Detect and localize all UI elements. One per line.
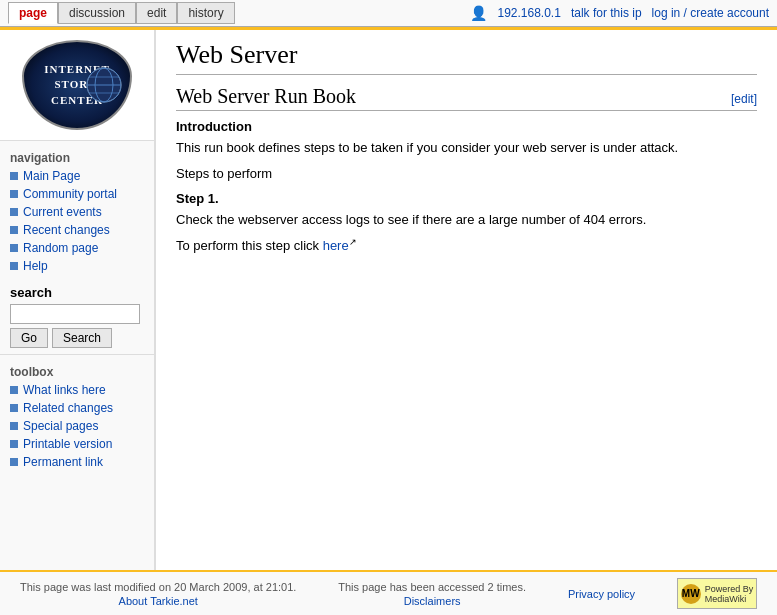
randompage-link[interactable]: Random page <box>23 241 98 255</box>
search-input[interactable] <box>10 304 140 324</box>
step1-link-para: To perform this step click here↗ <box>176 236 757 256</box>
sidebar-item-printable[interactable]: Printable version <box>0 435 154 453</box>
sidebar-item-relatedchanges[interactable]: Related changes <box>0 399 154 417</box>
ip-address[interactable]: 192.168.0.1 <box>497 6 560 20</box>
top-bar-right: 👤 192.168.0.1 talk for this ip log in / … <box>470 5 769 21</box>
community-link[interactable]: Community portal <box>23 187 117 201</box>
sidebar-item-permanent[interactable]: Permanent link <box>0 453 154 471</box>
step1-heading: Step 1. <box>176 191 757 206</box>
mediawiki-badge: MW Powered By MediaWiki <box>677 578 757 609</box>
run-book-title: Web Server Run Book <box>176 85 356 108</box>
footer-privacy: Privacy policy <box>568 588 635 600</box>
bullet-icon <box>10 458 18 466</box>
sidebar-item-whatlinks[interactable]: What links here <box>0 381 154 399</box>
go-button[interactable]: Go <box>10 328 48 348</box>
sidebar-item-help[interactable]: Help <box>0 257 154 275</box>
mediawiki-icon: MW <box>681 584 701 604</box>
bullet-icon <box>10 172 18 180</box>
user-icon: 👤 <box>470 5 487 21</box>
step1-para: Check the webserver access logs to see i… <box>176 210 757 230</box>
toolbox-section: toolbox What links here Related changes … <box>0 354 154 475</box>
bullet-icon <box>10 208 18 216</box>
tab-bar: page discussion edit history <box>8 2 235 24</box>
currentevents-link[interactable]: Current events <box>23 205 102 219</box>
tab-history[interactable]: history <box>177 2 234 24</box>
page-title: Web Server <box>176 40 757 75</box>
access-count: This page has been accessed 2 times. <box>338 581 526 593</box>
bullet-icon <box>10 422 18 430</box>
talk-link[interactable]: talk for this ip <box>571 6 642 20</box>
about-link-wrap: About Tarkie.net <box>119 595 198 607</box>
sidebar-item-currentevents[interactable]: Current events <box>0 203 154 221</box>
logo-circle: Internet Storm Center <box>22 40 132 130</box>
sidebar-item-community[interactable]: Community portal <box>0 185 154 203</box>
intro-para: This run book defines steps to be taken … <box>176 138 757 158</box>
sidebar-item-randompage[interactable]: Random page <box>0 239 154 257</box>
bullet-icon <box>10 404 18 412</box>
search-section: search Go Search <box>0 279 154 354</box>
last-modified: This page was last modified on 20 March … <box>20 581 296 593</box>
sidebar-item-mainpage[interactable]: Main Page <box>0 167 154 185</box>
tab-edit[interactable]: edit <box>136 2 177 24</box>
sidebar-item-recentchanges[interactable]: Recent changes <box>0 221 154 239</box>
sidebar: Internet Storm Center navigation Main Pa… <box>0 30 155 570</box>
main-content: Web Server Web Server Run Book [edit] In… <box>155 30 777 570</box>
steps-label: Steps to perform <box>176 164 757 184</box>
search-button[interactable]: Search <box>52 328 112 348</box>
tab-discussion[interactable]: discussion <box>58 2 136 24</box>
bullet-icon <box>10 440 18 448</box>
search-input-wrap <box>10 304 144 324</box>
run-book-header: Web Server Run Book [edit] <box>176 85 757 111</box>
footer: This page was last modified on 20 March … <box>0 570 777 615</box>
top-bar: page discussion edit history 👤 192.168.0… <box>0 0 777 27</box>
footer-left: This page was last modified on 20 March … <box>20 581 296 607</box>
mediawiki-label: Powered By MediaWiki <box>705 584 754 604</box>
privacy-link[interactable]: Privacy policy <box>568 588 635 600</box>
help-link[interactable]: Help <box>23 259 48 273</box>
specialpages-link[interactable]: Special pages <box>23 419 98 433</box>
logo: Internet Storm Center <box>0 30 154 141</box>
footer-right: MW Powered By MediaWiki <box>677 578 757 609</box>
toolbox-heading: toolbox <box>0 361 154 381</box>
intro-heading: Introduction <box>176 119 757 134</box>
about-link[interactable]: About Tarkie.net <box>119 595 198 607</box>
tab-page[interactable]: page <box>8 2 58 24</box>
relatedchanges-link[interactable]: Related changes <box>23 401 113 415</box>
footer-center: This page has been accessed 2 times. Dis… <box>338 581 526 607</box>
nav-section: navigation Main Page Community portal Cu… <box>0 141 154 279</box>
globe-icon <box>86 67 122 103</box>
disclaimers-link-wrap: Disclaimers <box>404 595 461 607</box>
bullet-icon <box>10 244 18 252</box>
nav-heading: navigation <box>0 147 154 167</box>
step1-link-pre: To perform this step click <box>176 238 323 253</box>
step1-here-link[interactable]: here <box>323 238 349 253</box>
bullet-icon <box>10 262 18 270</box>
bullet-icon <box>10 190 18 198</box>
whatlinks-link[interactable]: What links here <box>23 383 106 397</box>
login-link[interactable]: log in / create account <box>652 6 769 20</box>
search-heading: search <box>10 285 144 300</box>
edit-link[interactable]: [edit] <box>731 92 757 106</box>
external-link-icon: ↗ <box>349 237 357 247</box>
recentchanges-link[interactable]: Recent changes <box>23 223 110 237</box>
printable-link[interactable]: Printable version <box>23 437 112 451</box>
bullet-icon <box>10 386 18 394</box>
disclaimers-link[interactable]: Disclaimers <box>404 595 461 607</box>
search-buttons: Go Search <box>10 328 144 348</box>
layout: Internet Storm Center navigation Main Pa… <box>0 30 777 570</box>
permanent-link[interactable]: Permanent link <box>23 455 103 469</box>
bullet-icon <box>10 226 18 234</box>
sidebar-item-specialpages[interactable]: Special pages <box>0 417 154 435</box>
mainpage-link[interactable]: Main Page <box>23 169 80 183</box>
